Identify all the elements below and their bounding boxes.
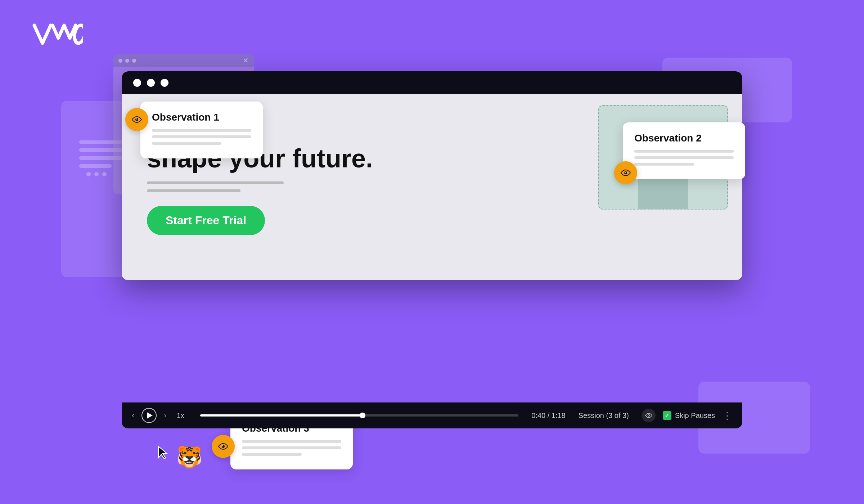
obs-1-line-1: [152, 129, 251, 132]
browser-circle-2: [147, 79, 155, 87]
eye-badge-1[interactable]: [125, 108, 148, 131]
browser-circle-1: [133, 79, 141, 87]
bg-browser-dot: [132, 59, 136, 63]
bg-dot: [94, 172, 99, 176]
svg-point-2: [135, 118, 138, 121]
play-button[interactable]: [141, 408, 157, 423]
progress-bar-fill: [200, 414, 363, 417]
obs-3-line-3: [242, 453, 302, 456]
more-menu-button[interactable]: ⋮: [722, 410, 732, 422]
bg-line: [79, 164, 112, 168]
svg-point-6: [222, 445, 225, 448]
bg-browser-titlebar: ✕: [113, 54, 254, 67]
tiger-emoji: 🐯: [176, 445, 202, 469]
obs-1-line-2: [152, 135, 251, 138]
browser-circle-3: [161, 79, 168, 87]
cursor: [157, 445, 170, 462]
observation-card-1: Observation 1: [140, 102, 263, 158]
eye-toggle-button[interactable]: [642, 409, 656, 422]
playback-bar: ‹ › 1x 0:40 / 1:18 Session (3 of 3) ✓ Sk…: [122, 402, 742, 428]
browser-titlebar: [122, 71, 742, 94]
obs-2-line-1: [634, 150, 734, 153]
subtext-line-2: [147, 189, 240, 192]
obs-3-line-1: [242, 440, 341, 443]
obs-2-line-2: [634, 156, 734, 159]
svg-point-4: [624, 171, 627, 174]
obs-3-line-2: [242, 446, 341, 449]
play-icon: [147, 412, 153, 419]
bg-browser-dot: [125, 59, 129, 63]
progress-handle[interactable]: [360, 413, 365, 418]
close-icon: ✕: [243, 56, 249, 65]
observation-card-2: Observation 2: [623, 122, 745, 179]
obs-1-line-3: [152, 142, 221, 145]
bg-dot: [102, 172, 107, 176]
next-button[interactable]: ›: [164, 411, 166, 420]
svg-point-3: [136, 118, 137, 120]
session-label: Session (3 of 3): [579, 411, 629, 420]
skip-pauses-container: ✓ Skip Pauses: [663, 411, 715, 420]
check-icon: ✓: [665, 412, 669, 419]
observation-1-title: Observation 1: [152, 112, 251, 123]
prev-button[interactable]: ‹: [132, 411, 134, 420]
vwo-logo: [32, 22, 83, 53]
eye-badge-2[interactable]: [614, 161, 637, 184]
svg-point-7: [222, 445, 223, 446]
speed-label[interactable]: 1x: [177, 411, 184, 420]
bg-browser-dot: [118, 59, 122, 63]
progress-bar[interactable]: [200, 414, 518, 417]
time-display: 0:40 / 1:18: [531, 411, 566, 420]
skip-pauses-label: Skip Pauses: [675, 411, 715, 420]
eye-badge-3[interactable]: [212, 435, 235, 458]
svg-point-1: [648, 415, 649, 417]
bg-dots-left: [86, 172, 107, 176]
svg-point-5: [625, 172, 626, 173]
obs-2-line-3: [634, 163, 694, 166]
cta-button[interactable]: Start Free Trial: [147, 206, 265, 235]
skip-pauses-checkbox[interactable]: ✓: [663, 411, 671, 420]
observation-2-title: Observation 2: [634, 132, 734, 144]
subtext-line-1: [147, 181, 284, 184]
bg-dot: [86, 172, 91, 176]
